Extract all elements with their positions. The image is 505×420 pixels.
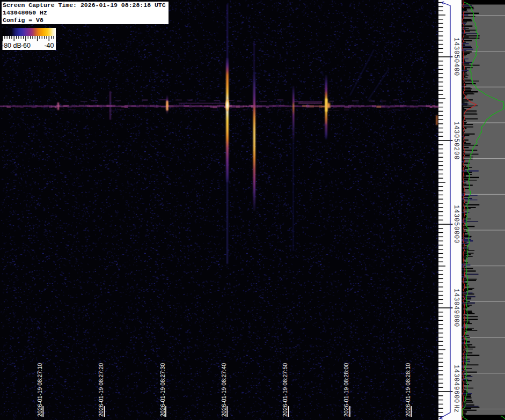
svg-text:143050400: 143050400 bbox=[452, 38, 460, 76]
svg-text:143049600: 143049600 bbox=[452, 365, 460, 403]
svg-text:2026-01-19 08:27:30: 2026-01-19 08:27:30 bbox=[159, 363, 166, 417]
svg-text:-60: -60 bbox=[21, 42, 31, 49]
svg-text:143050200: 143050200 bbox=[452, 121, 460, 160]
svg-text:2026-01-19 08:27:20: 2026-01-19 08:27:20 bbox=[98, 363, 104, 417]
svg-text:-40: -40 bbox=[44, 42, 54, 49]
svg-text:2026-01-19 08:28:10: 2026-01-19 08:28:10 bbox=[405, 363, 411, 417]
svg-text:2026-01-19 08:27:50: 2026-01-19 08:27:50 bbox=[282, 363, 288, 417]
svg-text:143050000: 143050000 bbox=[452, 205, 460, 244]
svg-text:-80 dB: -80 dB bbox=[2, 42, 21, 49]
svg-text:143049800: 143049800 bbox=[452, 289, 460, 327]
svg-text:2026-01-19 08:27:40: 2026-01-19 08:27:40 bbox=[221, 363, 227, 417]
svg-text:2026-01-19 08:27:10: 2026-01-19 08:27:10 bbox=[36, 363, 43, 417]
svg-text:Hz: Hz bbox=[452, 404, 460, 413]
svg-text:2026-01-19 08:28:00: 2026-01-19 08:28:00 bbox=[343, 363, 349, 417]
